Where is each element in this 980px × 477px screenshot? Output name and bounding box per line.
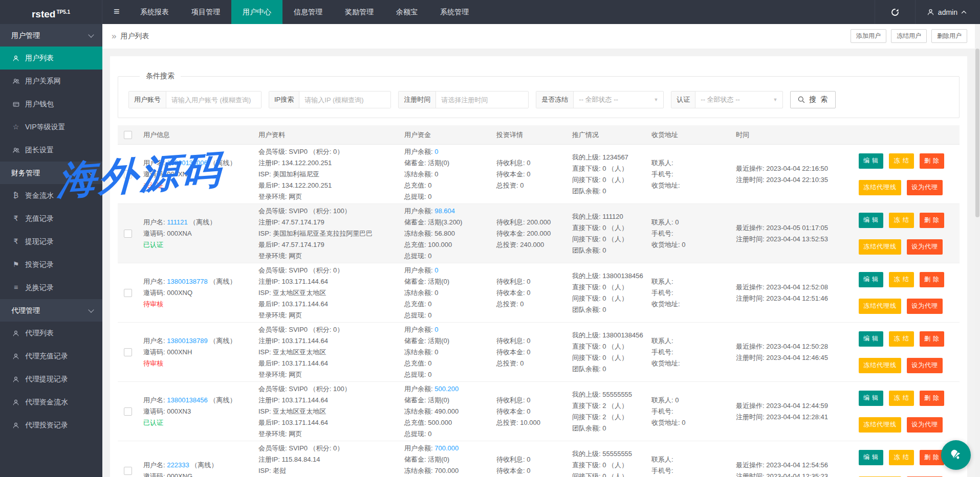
user-icon <box>11 422 20 429</box>
row-checkbox[interactable] <box>124 170 132 178</box>
username-value[interactable]: 111121 <box>167 218 188 226</box>
balance-value[interactable]: 98.604 <box>434 207 455 215</box>
balance-value[interactable]: 0 <box>434 266 438 274</box>
sidebar-item-团长设置[interactable]: 团长设置 <box>0 139 102 162</box>
freeze-button[interactable]: 冻 结 <box>889 272 913 287</box>
page-action-1-button[interactable]: 冻结用户 <box>891 29 927 43</box>
select-all-checkbox[interactable] <box>124 131 132 139</box>
freeze-agent-line-button[interactable]: 冻结代理线 <box>859 358 901 373</box>
balance-value[interactable]: 500.200 <box>434 385 459 393</box>
row-checkbox[interactable] <box>124 467 132 475</box>
total-invest-line: 总投资: 240.000 <box>496 239 568 251</box>
user-funds-cell: 用户余额: 0储蓄金: 活期(0)冻结余额: 0总充值: 0总提现: 0 <box>404 145 496 203</box>
pending-principal-line: 待收本金: 200.000 <box>496 228 568 239</box>
nav-item-4[interactable]: 奖励管理 <box>334 0 385 24</box>
row-checkbox[interactable] <box>124 348 132 356</box>
team-balance-value: 0 <box>602 246 606 254</box>
freeze-button[interactable]: 冻 结 <box>889 450 913 465</box>
delete-button[interactable]: 删 除 <box>920 272 944 287</box>
sidebar-section-2[interactable]: 代理管理 <box>0 299 102 322</box>
delete-button[interactable]: 删 除 <box>920 213 944 228</box>
sidebar-item-兑换记录[interactable]: ≡兑换记录 <box>0 276 102 299</box>
edit-button[interactable]: 编 辑 <box>859 272 883 287</box>
sidebar-item-VIP等级设置[interactable]: ☆VIP等级设置 <box>0 116 102 139</box>
set-agent-button[interactable]: 设为代理 <box>907 358 943 373</box>
sidebar-item-充值记录[interactable]: ₹充值记录 <box>0 207 102 230</box>
row-checkbox[interactable] <box>124 230 132 238</box>
sidebar-item-代理列表[interactable]: 代理列表 <box>0 322 102 345</box>
delete-button[interactable]: 删 除 <box>920 331 944 347</box>
edit-button[interactable]: 编 辑 <box>859 450 883 465</box>
total-recharge-label: 总充值: <box>404 181 428 189</box>
nav-item-3[interactable]: 信息管理 <box>282 0 334 24</box>
freeze-button[interactable]: 冻 结 <box>889 153 913 169</box>
search-button[interactable]: 搜 索 <box>790 91 836 108</box>
menu-toggle-icon[interactable]: ≡ <box>107 0 126 24</box>
nav-item-5[interactable]: 余额宝 <box>385 0 429 24</box>
sidebar-item-用户关系网[interactable]: 用户关系网 <box>0 70 102 93</box>
delete-button[interactable]: 删 除 <box>920 450 944 465</box>
account-input[interactable] <box>166 92 261 108</box>
nav-item-1[interactable]: 项目管理 <box>180 0 231 24</box>
delete-button[interactable]: 删 除 <box>920 391 944 406</box>
username-value[interactable]: 222333 <box>167 461 189 469</box>
set-agent-button[interactable]: 设为代理 <box>907 299 943 314</box>
sidebar-section-1[interactable]: 财务管理 <box>0 162 102 184</box>
sidebar-item-投资记录[interactable]: ⚑投资记录 <box>0 253 102 276</box>
freeze-select[interactable]: -- 全部状态 -- ▼ <box>574 92 663 108</box>
set-agent-button[interactable]: 设为代理 <box>907 180 943 195</box>
freeze-agent-line-button[interactable]: 冻结代理线 <box>859 180 901 195</box>
balance-value[interactable]: 0 <box>434 148 438 155</box>
regtime-input[interactable] <box>436 92 528 108</box>
reg-ip-value: 134.122.200.251 <box>282 159 332 167</box>
freeze-button[interactable]: 冻 结 <box>889 213 913 228</box>
sidebar-item-用户钱包[interactable]: 用户钱包 <box>0 93 102 116</box>
freeze-agent-line-button[interactable]: 冻结代理线 <box>859 239 901 255</box>
row-checkbox[interactable] <box>124 289 132 297</box>
admin-menu[interactable]: admin <box>915 0 980 24</box>
announcement-float-button[interactable] <box>941 440 971 470</box>
contact-line: 联系人: 0 <box>651 217 722 228</box>
isp-value: 老挝 <box>273 467 286 474</box>
page-action-2-button[interactable]: 删除用户 <box>931 29 967 43</box>
freeze-agent-line-button[interactable]: 冻结代理线 <box>859 299 901 314</box>
username-value[interactable]: 13800138789 <box>167 337 208 345</box>
edit-button[interactable]: 编 辑 <box>859 391 883 406</box>
sidebar-item-代理提现记录[interactable]: 代理提现记录 <box>0 368 102 391</box>
set-agent-button[interactable]: 设为代理 <box>907 417 943 433</box>
refresh-button[interactable] <box>875 0 915 24</box>
sidebar-item-用户列表[interactable]: 用户列表 <box>0 47 102 70</box>
edit-button[interactable]: 编 辑 <box>859 153 883 169</box>
sidebar-item-代理资金流水[interactable]: 代理资金流水 <box>0 391 102 414</box>
balance-value[interactable]: 700.000 <box>434 444 459 452</box>
nav-item-6[interactable]: 系统管理 <box>429 0 480 24</box>
sidebar-item-资金流水[interactable]: ₿资金流水 <box>0 184 102 207</box>
username-value[interactable]: 13800138006 <box>167 159 208 167</box>
nav-item-0[interactable]: 系统报表 <box>129 0 180 24</box>
username-value[interactable]: 13800138456 <box>167 396 208 404</box>
invite-code-line: 邀请码: 000XNQ <box>143 287 254 299</box>
savings-value: 活期(0) <box>428 337 449 345</box>
freeze-agent-line-button[interactable]: 冻结代理线 <box>859 417 901 433</box>
balance-value[interactable]: 0 <box>434 326 438 333</box>
sidebar-item-代理投资记录[interactable]: 代理投资记录 <box>0 414 102 437</box>
delete-button[interactable]: 删 除 <box>920 153 944 169</box>
ip-input[interactable] <box>299 92 390 108</box>
row-checkbox[interactable] <box>124 407 132 416</box>
last-ip-label: 最后IP: <box>258 181 282 189</box>
freeze-button[interactable]: 冻 结 <box>889 331 913 347</box>
sidebar-item-提现记录[interactable]: ₹提现记录 <box>0 230 102 253</box>
invite-code-label: 邀请码: <box>143 472 167 477</box>
sidebar-item-代理充值记录[interactable]: 代理充值记录 <box>0 345 102 368</box>
set-agent-button[interactable]: 设为代理 <box>907 239 943 255</box>
username-value[interactable]: 13800138778 <box>167 278 208 285</box>
edit-button[interactable]: 编 辑 <box>859 331 883 347</box>
page-action-0-button[interactable]: 添加用户 <box>851 29 886 43</box>
verify-select[interactable]: -- 全部状态 -- ▼ <box>695 92 782 108</box>
scrollbar-thumb[interactable] <box>975 49 979 217</box>
sidebar-section-0[interactable]: 用户管理 <box>0 24 102 47</box>
pending-principal-line: 待收本金: 0 <box>496 347 568 358</box>
freeze-button[interactable]: 冻 结 <box>889 391 913 406</box>
nav-item-2[interactable]: 用户中心 <box>231 0 282 24</box>
edit-button[interactable]: 编 辑 <box>859 213 883 228</box>
